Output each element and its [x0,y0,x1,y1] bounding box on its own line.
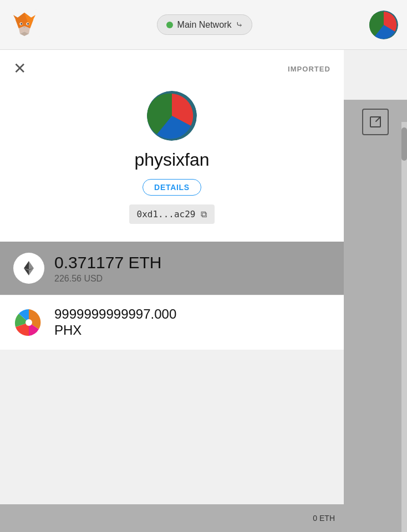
eth-amount: 0.371177 ETH [54,253,161,273]
phx-asset-info: 9999999999997.000PHX [54,306,176,339]
bottom-eth-text: 0 ETH [313,514,335,523]
account-avatar [147,91,197,141]
network-label: Main Network [177,20,232,30]
bottom-bar: 0 ETH [0,504,344,532]
metamask-logo [9,9,40,40]
svg-point-24 [26,319,32,326]
address-text: 0xd1...ac29 [137,209,196,219]
profile-avatar-icon [369,11,398,39]
account-panel: ✕ IMPORTED physixfan DETAILS 0xd1...ac29… [0,50,344,350]
expand-icon [369,115,382,129]
account-avatar-icon [147,91,197,141]
expand-button[interactable] [362,109,389,135]
eth-asset-info: 0.371177 ETH 226.56 USD [54,253,161,284]
address-bar[interactable]: 0xd1...ac29 ⧉ [129,204,215,224]
copy-icon: ⧉ [201,209,207,219]
network-status-dot [166,22,173,28]
phx-logo [13,307,44,338]
close-button[interactable]: ✕ [13,61,26,76]
imported-badge: IMPORTED [288,65,330,73]
svg-point-12 [27,23,29,24]
scrollbar-thumb[interactable] [401,127,407,161]
phx-asset-row[interactable]: 9999999999997.000PHX [0,295,344,350]
ethereum-logo [19,258,39,278]
header: Main Network ⤷ [0,0,407,50]
phx-icon [13,307,44,338]
profile-avatar[interactable] [369,11,398,39]
eth-icon [13,253,44,284]
avatar-section: physixfan DETAILS 0xd1...ac29 ⧉ [0,82,344,237]
side-panel [344,100,407,532]
account-name: physixfan [134,150,209,170]
account-topbar: ✕ IMPORTED [0,50,344,82]
scrollbar[interactable] [401,122,407,532]
details-button[interactable]: DETAILS [143,179,201,196]
eth-asset-row[interactable]: 0.371177 ETH 226.56 USD [0,242,344,295]
eth-usd: 226.56 USD [54,274,161,284]
svg-point-11 [21,23,22,24]
chevron-down-icon: ⤷ [236,19,243,30]
network-selector[interactable]: Main Network ⤷ [157,14,253,35]
content-area: ✕ IMPORTED physixfan DETAILS 0xd1...ac29… [0,50,407,350]
phx-amount: 9999999999997.000PHX [54,306,176,339]
assets-section: 0.371177 ETH 226.56 USD [0,242,344,350]
